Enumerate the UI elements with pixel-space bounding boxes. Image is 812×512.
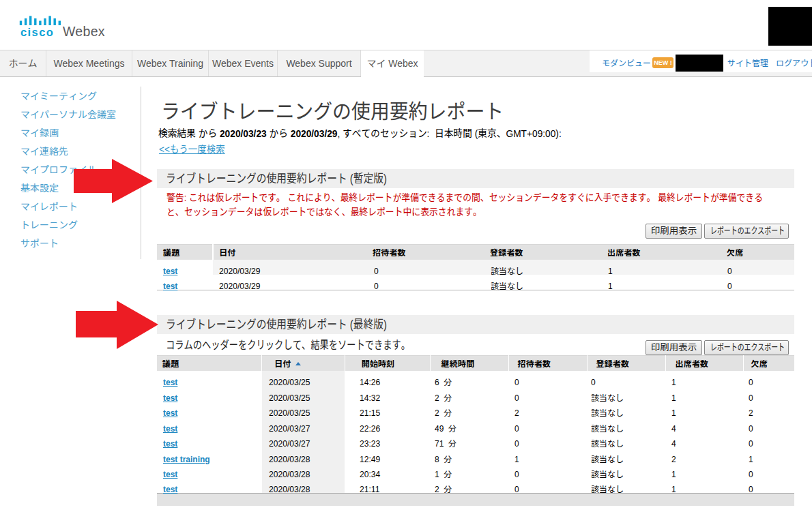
svg-text:cisco: cisco [20,26,54,38]
svg-text:Webex: Webex [63,24,105,39]
